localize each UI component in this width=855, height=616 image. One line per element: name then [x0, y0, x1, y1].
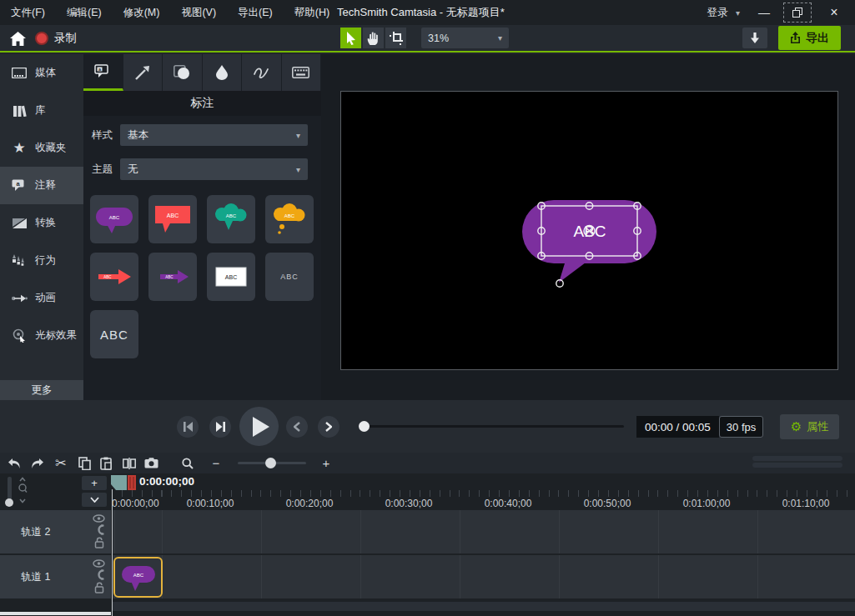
redo-button[interactable] [27, 453, 48, 473]
zoom-out-button[interactable]: − [205, 453, 227, 473]
menu-help[interactable]: 帮助(H) [284, 0, 340, 25]
play-button[interactable] [239, 407, 279, 446]
theme-select[interactable]: 无 ▾ [120, 158, 308, 180]
sidebar-item-annotations[interactable]: a 注释 [0, 167, 83, 204]
sidebar-item-label: 行为 [35, 253, 56, 268]
undo-button[interactable] [3, 453, 25, 473]
style-value: 基本 [128, 128, 148, 143]
scrubber-knob[interactable] [359, 421, 370, 432]
callout-arrow-purple[interactable]: ABC [148, 253, 197, 301]
menu-export[interactable]: 导出(E) [227, 0, 284, 25]
paste-button[interactable] [95, 453, 117, 473]
style-select[interactable]: 基本 ▾ [120, 124, 308, 146]
download-button[interactable] [742, 28, 767, 48]
tab-blur[interactable] [203, 54, 243, 91]
callout-plain-text[interactable]: ABC [265, 253, 314, 301]
minimize-button[interactable]: — [750, 3, 778, 23]
lock-icon[interactable] [94, 537, 104, 548]
sidebar-item-library[interactable]: 库 [0, 92, 83, 129]
record-label: 录制 [54, 31, 77, 46]
timeline-zoom-knob[interactable] [265, 458, 276, 468]
step-forward-button[interactable] [209, 416, 231, 438]
track-height-knob[interactable] [5, 498, 13, 507]
screenshot-button[interactable] [140, 453, 162, 473]
tab-keystrokes[interactable] [282, 54, 322, 91]
add-track-button[interactable]: + [82, 476, 107, 490]
track-zoom-widget[interactable] [18, 477, 28, 505]
callout-filled-rect[interactable]: ABC [207, 253, 255, 301]
callout-rounded-speech[interactable]: ABC [90, 195, 138, 243]
menu-modify[interactable]: 修改(M) [113, 0, 171, 25]
track-2-lane[interactable] [113, 510, 855, 553]
magnet-icon[interactable] [94, 569, 104, 580]
timeline-bottom-scrollbar[interactable] [0, 612, 111, 615]
fps-display[interactable]: 30 fps [719, 416, 763, 438]
menu-edit[interactable]: 编辑(E) [56, 0, 113, 25]
step-backward-button[interactable] [177, 416, 199, 438]
playback-bar: 00:00 / 00:05 30 fps ⚙ 属性 [0, 400, 855, 453]
playhead-line[interactable] [112, 489, 113, 616]
split-button[interactable] [118, 453, 140, 473]
playhead-flag[interactable] [111, 475, 137, 491]
timeline-ruler[interactable]: 0:00:00;00 0:00:00;00 0:00:10;00 0:00:20… [111, 473, 855, 510]
timeline-hscrollbar[interactable] [752, 456, 842, 461]
previous-button[interactable] [286, 416, 308, 438]
sidebar-item-animations[interactable]: 动画 [0, 279, 83, 317]
selected-callout[interactable]: ABC [521, 198, 664, 292]
restore-icon [792, 8, 802, 18]
play-icon [253, 417, 269, 437]
export-button[interactable]: 导出 [778, 26, 841, 50]
track-1-lane[interactable] [113, 555, 855, 598]
scrubber-track[interactable] [365, 425, 624, 428]
sidebar-item-label: 光标效果 [35, 328, 77, 343]
copy-button[interactable] [73, 453, 95, 473]
track-2-header[interactable]: 轨道 2 [0, 510, 111, 553]
plus-icon: + [323, 456, 330, 470]
callout-arrow-red[interactable]: ABC [90, 253, 138, 301]
callout-rect-speech[interactable]: ABC [148, 195, 197, 243]
sidebar-item-behaviors[interactable]: 行为 [0, 242, 83, 279]
login-button[interactable]: 登录 ▾ [707, 0, 740, 25]
menu-view[interactable]: 视图(V) [170, 0, 227, 25]
tab-arrows[interactable] [123, 54, 163, 91]
next-button[interactable] [318, 416, 339, 438]
cut-button[interactable]: ✂ [50, 453, 72, 473]
canvas-zoom-select[interactable]: 31% ▾ [421, 28, 509, 48]
track-1-header[interactable]: 轨道 1 [0, 555, 111, 598]
eye-icon[interactable] [93, 559, 105, 568]
tab-callouts[interactable]: a [83, 54, 123, 91]
lock-icon[interactable] [94, 582, 104, 593]
restore-button[interactable] [783, 3, 812, 23]
collapse-tracks-button[interactable] [82, 493, 107, 507]
ruler-label: 0:01:10;00 [782, 498, 830, 509]
properties-button[interactable]: ⚙ 属性 [780, 414, 839, 439]
sidebar-item-transitions[interactable]: 转换 [0, 204, 83, 242]
video-canvas[interactable]: ABC [340, 91, 838, 370]
camtasia-window: 文件(F) 编辑(E) 修改(M) 视图(V) 导出(E) 帮助(H) Tech… [0, 0, 855, 616]
media-icon [11, 68, 28, 78]
home-button[interactable] [7, 28, 28, 48]
callout-cloud[interactable]: ABC [207, 195, 255, 243]
sidebar-item-media[interactable]: 媒体 [0, 54, 83, 92]
crop-tool-button[interactable] [385, 28, 406, 48]
zoom-in-button[interactable]: + [315, 453, 337, 473]
tab-sketch-motion[interactable] [242, 54, 282, 91]
timeline-zoom-button[interactable] [177, 453, 199, 473]
timeline-clip-callout[interactable]: ABC [113, 557, 163, 598]
sidebar-item-cursor-effects[interactable]: 光标效果 [0, 317, 83, 354]
callout-thought-cloud[interactable]: ABC [265, 195, 314, 243]
sidebar-more-button[interactable]: 更多 [0, 380, 83, 400]
paste-icon [100, 457, 112, 470]
pan-tool-button[interactable] [363, 28, 384, 48]
record-button[interactable]: 录制 [35, 28, 77, 48]
eye-icon[interactable] [93, 514, 105, 523]
record-icon [35, 32, 48, 45]
magnet-icon[interactable] [94, 524, 104, 535]
tab-shapes[interactable] [163, 54, 203, 91]
timeline-hscrollbar-2[interactable] [752, 463, 842, 468]
close-button[interactable]: × [820, 3, 848, 23]
sidebar-item-favorites[interactable]: ★ 收藏夹 [0, 129, 83, 167]
select-tool-button[interactable] [340, 28, 361, 48]
menu-file[interactable]: 文件(F) [0, 0, 56, 25]
callout-large-text[interactable]: ABC [90, 310, 138, 358]
